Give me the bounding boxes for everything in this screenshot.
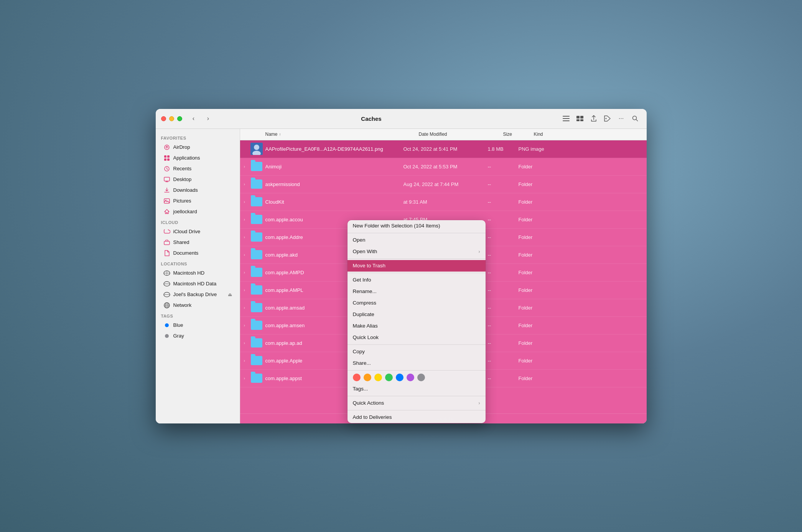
expand-arrow[interactable]: › [244,323,250,328]
file-name: Animoji [265,164,403,170]
tag-dot-gray[interactable] [417,374,425,381]
file-icon-wrap [250,248,263,261]
tag-dot-purple[interactable] [407,374,414,381]
file-date: at 9:31 AM [403,199,488,205]
sidebar-item-applications[interactable]: Applications [158,153,237,163]
tag-dot-blue[interactable] [396,374,403,381]
file-icon-wrap [250,231,263,244]
sidebar-item-icloud-drive[interactable]: iCloud Drive [158,226,237,237]
menu-item-copy[interactable]: Copy [347,346,486,357]
close-button[interactable] [161,116,166,121]
expand-arrow[interactable]: › [244,235,250,239]
expand-arrow[interactable]: › [244,359,250,363]
sidebar-item-macintosh-hd-data-label: Macintosh HD Data [173,281,217,287]
list-view-button[interactable] [560,113,572,124]
file-icon-wrap [250,372,263,385]
search-button[interactable] [629,113,641,124]
maximize-button[interactable] [177,116,182,121]
tag-button[interactable] [601,113,614,124]
expand-arrow[interactable]: › [244,288,250,292]
sidebar-item-macintosh-hd[interactable]: Macintosh HD [158,268,237,278]
tag-dot-yellow[interactable] [374,374,382,381]
minimize-button[interactable] [169,116,174,121]
menu-item-tags[interactable]: Tags... [347,383,486,395]
folder-icon [251,215,262,224]
col-size-header[interactable]: Size [503,132,534,137]
svg-point-27 [254,145,259,150]
sidebar-item-pictures-label: Pictures [173,198,191,204]
table-row[interactable]: › askpermissiond Aug 24, 2022 at 7:44 PM… [240,176,647,193]
expand-arrow[interactable]: › [244,182,250,186]
tag-gray-dot [163,333,170,339]
menu-divider [347,344,486,345]
file-kind: Folder [519,252,643,258]
view-options-button[interactable] [574,113,586,124]
expand-arrow[interactable]: › [244,253,250,257]
more-button[interactable]: ··· [615,113,627,124]
menu-item-get-info[interactable]: Get Info [347,274,486,286]
file-icon-wrap [250,354,263,367]
context-menu: New Folder with Selection (104 Items) Op… [347,220,486,423]
joels-backup-icon [163,291,170,298]
share-button[interactable] [588,113,600,124]
sidebar-item-recents[interactable]: Recents [158,163,237,174]
file-kind: Folder [519,340,643,346]
expand-arrow[interactable]: › [244,200,250,204]
eject-icon[interactable]: ⏏ [228,292,232,297]
table-row[interactable]: AAProfilePicture_EA0F8...A12A-DE9974AA26… [240,140,647,158]
expand-arrow[interactable]: › [244,341,250,345]
file-icon-wrap [250,213,263,226]
menu-item-open-with[interactable]: Open With › [347,246,486,257]
sidebar-item-network[interactable]: Network [158,300,237,311]
sidebar-item-documents[interactable]: Documents [158,248,237,259]
sidebar-item-tag-blue[interactable]: Blue [158,320,237,331]
tag-dot-orange[interactable] [364,374,371,381]
expand-arrow[interactable]: › [244,376,250,380]
col-name-header[interactable]: Name ↑ [265,132,419,137]
menu-item-make-alias[interactable]: Make Alias [347,320,486,332]
menu-item-compress[interactable]: Compress [347,297,486,309]
file-icon-wrap [250,301,263,314]
sidebar-item-airdrop[interactable]: AirDrop [158,142,237,153]
menu-item-quick-look[interactable]: Quick Look [347,332,486,343]
col-date-header[interactable]: Date Modified [419,132,503,137]
menu-item-rename[interactable]: Rename... [347,286,486,297]
tag-dot-red[interactable] [353,374,361,381]
sidebar-item-desktop-label: Desktop [173,176,192,182]
icloud-section-label: iCloud [156,217,240,226]
sidebar-item-shared[interactable]: Shared [158,237,237,248]
folder-icon [251,197,262,206]
sidebar-item-macintosh-hd-data[interactable]: Macintosh HD Data [158,278,237,289]
tag-dot-green[interactable] [385,374,393,381]
sidebar-item-downloads[interactable]: Downloads [158,185,237,196]
menu-item-open[interactable]: Open [347,234,486,246]
sidebar-item-home[interactable]: joellockard [158,206,237,217]
sidebar-item-documents-label: Documents [173,250,199,256]
file-kind: Folder [519,358,643,364]
menu-item-new-folder[interactable]: New Folder with Selection (104 Items) [347,220,486,232]
expand-arrow[interactable]: › [244,306,250,310]
file-kind: Folder [519,164,643,170]
sidebar-item-desktop[interactable]: Desktop [158,174,237,185]
menu-item-duplicate[interactable]: Duplicate [347,309,486,320]
titlebar: ‹ › Caches [156,109,647,129]
col-kind-header[interactable]: Kind [534,132,643,137]
table-row[interactable]: › Animoji Oct 24, 2022 at 5:53 PM -- Fol… [240,158,647,176]
menu-item-share-label: Share... [353,360,371,366]
folder-icon [251,374,262,383]
sidebar-item-icloud-drive-label: iCloud Drive [173,229,201,234]
menu-item-add-to-deliveries[interactable]: Add to Deliveries [347,412,486,423]
expand-arrow[interactable]: › [244,165,250,169]
expand-arrow[interactable]: › [244,270,250,275]
home-icon [163,208,170,215]
menu-item-share[interactable]: Share... [347,357,486,369]
sidebar-item-tag-gray[interactable]: Gray [158,331,237,341]
menu-item-move-to-trash[interactable]: Move to Trash [347,260,486,272]
expand-arrow[interactable]: › [244,217,250,222]
menu-item-quick-actions[interactable]: Quick Actions › [347,397,486,409]
file-icon-wrap [250,178,263,191]
folder-icon [251,180,262,189]
sidebar-item-pictures[interactable]: Pictures [158,196,237,206]
table-row[interactable]: › CloudKit at 9:31 AM -- Folder [240,193,647,211]
sidebar-item-joels-backup[interactable]: Joel's Backup Drive ⏏ [158,289,237,300]
